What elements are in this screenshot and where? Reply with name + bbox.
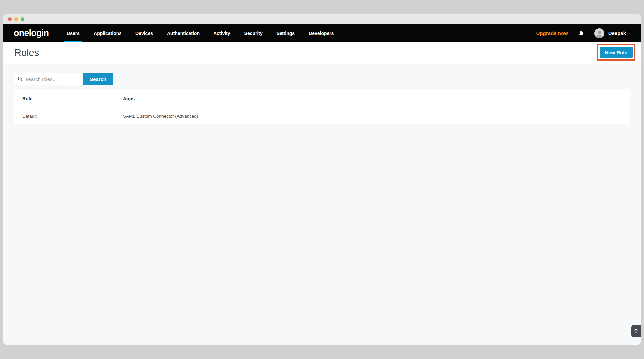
column-header-apps: Apps	[123, 96, 135, 101]
roles-table: Role Apps Default SAML Custom Connector …	[14, 89, 630, 124]
new-role-button[interactable]: New Role	[600, 47, 633, 58]
nav-item-authentication[interactable]: Authentication	[167, 24, 200, 42]
avatar	[594, 28, 604, 38]
search-input[interactable]	[14, 73, 82, 85]
table-header-row: Role Apps	[14, 89, 630, 108]
browser-window: onelogin Users Applications Devices Auth…	[3, 14, 641, 345]
nav-item-applications[interactable]: Applications	[94, 24, 121, 42]
table-row[interactable]: Default SAML Custom Connector (Advanced)	[14, 108, 630, 124]
upgrade-now-link[interactable]: Upgrade now	[536, 30, 568, 36]
lightbulb-icon	[633, 329, 639, 334]
user-name: Deepak	[608, 30, 626, 36]
user-menu[interactable]: Deepak	[594, 28, 626, 38]
notifications-bell-icon[interactable]	[578, 30, 584, 36]
search-button[interactable]: Search	[83, 73, 113, 85]
top-navbar: onelogin Users Applications Devices Auth…	[3, 24, 641, 42]
search-field	[14, 73, 82, 85]
window-zoom-button[interactable]	[21, 17, 24, 21]
column-header-role: Role	[14, 96, 123, 101]
bell-icon	[578, 30, 584, 36]
nav-item-settings[interactable]: Settings	[277, 24, 295, 42]
nav-item-activity[interactable]: Activity	[213, 24, 230, 42]
nav-item-security[interactable]: Security	[244, 24, 263, 42]
nav-item-users[interactable]: Users	[67, 24, 80, 42]
search-icon	[18, 76, 23, 82]
primary-nav: Users Applications Devices Authenticatio…	[67, 24, 334, 42]
onelogin-logo[interactable]: onelogin	[14, 28, 49, 38]
help-tab[interactable]	[631, 325, 641, 337]
person-icon	[594, 28, 604, 38]
roles-page-content: Search Role Apps Default SAML Custom Con…	[3, 64, 641, 345]
nav-item-devices[interactable]: Devices	[135, 24, 153, 42]
apps-cell: SAML Custom Connector (Advanced)	[123, 114, 198, 119]
page-title: Roles	[14, 47, 39, 58]
window-titlebar	[3, 14, 641, 24]
window-close-button[interactable]	[8, 17, 12, 21]
page-header: Roles New Role	[3, 42, 641, 64]
annotation-highlight-box: New Role	[597, 44, 635, 61]
search-row: Search	[14, 73, 630, 85]
role-cell: Default	[14, 114, 123, 119]
nav-item-developers[interactable]: Developers	[309, 24, 334, 42]
navbar-right-group: Upgrade now Deepak	[536, 24, 626, 42]
window-minimize-button[interactable]	[14, 17, 18, 21]
